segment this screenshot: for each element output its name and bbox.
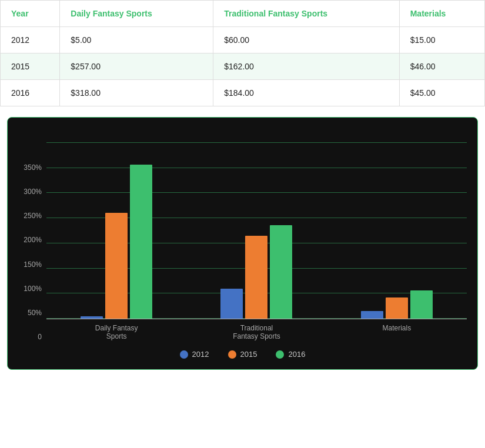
bar-group [361,290,433,319]
y-axis-label: 350% [24,164,42,171]
cell-year: 2015 [1,54,60,80]
legend-dot [276,350,284,359]
cell-year: 2016 [1,80,60,106]
bar-green-2016 [270,225,292,319]
y-axis-label: 250% [24,212,42,219]
col-year: Year [1,1,60,27]
y-axis: 050%100%150%200%250%300%350% [18,164,46,340]
legend-item-2016: 2016 [276,350,305,359]
y-axis-label: 100% [24,285,42,292]
cell-traditional: $162.00 [213,54,399,80]
cell-materials: $15.00 [399,27,484,54]
table-row: 2015$257.00$162.00$46.00 [1,54,485,80]
bar-group [220,225,292,319]
bar-orange-2015 [105,213,128,319]
cell-materials: $45.00 [399,80,484,106]
cell-traditional: $184.00 [213,80,399,106]
x-axis-label: Daily Fantasy Sports [81,324,152,340]
bar-orange-2015 [245,236,267,319]
legend-label: 2015 [240,350,257,359]
cell-daily: $257.00 [60,54,213,80]
cell-traditional: $60.00 [213,27,399,54]
cell-materials: $46.00 [399,54,484,80]
table-row: 2012$5.00$60.00$15.00 [1,27,485,54]
legend-item-2015: 2015 [228,350,257,359]
bar-green-2016 [130,165,152,319]
legend-item-2012: 2012 [180,350,209,359]
chart-legend: 201220152016 [18,350,467,359]
bars-row [46,142,467,319]
col-materials: Materials [399,1,484,27]
y-axis-label: 300% [24,188,42,195]
legend-label: 2012 [192,350,209,359]
legend-label: 2016 [288,350,305,359]
cell-year: 2012 [1,27,60,54]
bar-blue-2012 [220,289,243,319]
cell-daily: $318.00 [60,80,213,106]
x-labels: Daily Fantasy SportsTraditional Fantasy … [46,324,467,340]
chart-section: 050%100%150%200%250%300%350% Daily Fanta… [7,117,478,370]
legend-dot [180,350,188,359]
data-table: Year Daily Fantasy Sports Traditional Fa… [0,0,485,106]
x-axis-line [46,319,467,319]
y-axis-label: 150% [24,261,42,268]
col-daily: Daily Fantasy Sports [60,1,213,27]
x-axis-label: Traditional Fantasy Sports [221,324,292,340]
bar-blue-2012 [361,311,383,319]
bars-and-grid [46,142,467,319]
chart-area: 050%100%150%200%250%300%350% Daily Fanta… [18,142,467,340]
legend-dot [228,350,236,359]
y-axis-label: 0 [38,333,42,340]
cell-daily: $5.00 [60,27,213,54]
bar-group [81,165,152,319]
bar-green-2016 [410,290,433,319]
chart-body: Daily Fantasy SportsTraditional Fantasy … [46,142,467,340]
table-row: 2016$318.00$184.00$45.00 [1,80,485,106]
bar-blue-2012 [81,316,103,319]
col-traditional: Traditional Fantasy Sports [213,1,399,27]
bar-orange-2015 [386,297,408,319]
y-axis-label: 200% [24,236,42,243]
x-axis-label: Materials [362,324,432,340]
y-axis-label: 50% [28,309,42,316]
